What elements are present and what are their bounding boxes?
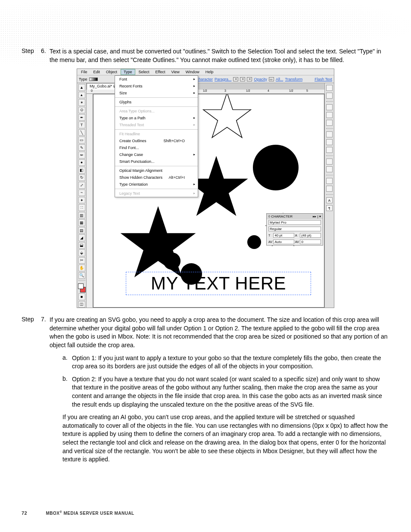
panel-icon[interactable] xyxy=(326,178,333,184)
canvas-text-frame[interactable]: MY TEXT HERE xyxy=(126,272,311,295)
step-6-text: Text is a special case, and must be conv… xyxy=(50,47,389,64)
type-tool-icon[interactable]: T xyxy=(78,121,85,128)
paragraph-link[interactable]: Paragra... xyxy=(215,77,232,81)
flash-text-link[interactable]: Flash Text xyxy=(314,77,332,81)
tracking-input[interactable] xyxy=(300,240,321,244)
doc-icon[interactable]: ▭ xyxy=(269,77,274,81)
menu-optical-margin[interactable]: Optical Margin Alignment xyxy=(115,167,198,174)
gradient-icon[interactable]: ▤ xyxy=(78,227,85,233)
menu-select[interactable]: Select xyxy=(136,69,152,75)
blob-icon[interactable]: ● xyxy=(78,159,85,166)
menu-find-font[interactable]: Find Font... xyxy=(115,144,198,151)
font-family-input[interactable] xyxy=(268,220,321,225)
menu-glyphs[interactable]: Glyphs xyxy=(115,99,198,106)
leading-input[interactable] xyxy=(300,233,321,238)
option-b-row: b. Option 2: If you have a texture that … xyxy=(62,375,389,409)
circle-small-2-icon xyxy=(162,252,181,271)
option-letter: b. xyxy=(62,375,72,409)
font-style-input[interactable] xyxy=(268,227,321,231)
menu-type-on-path[interactable]: Type on a Path xyxy=(115,115,198,121)
color-mode-icon[interactable]: ■ xyxy=(78,293,85,300)
menu-fit-headline: Fit Headline xyxy=(115,131,198,137)
option-a-row: a. Option 1: If you just want to apply a… xyxy=(62,354,389,371)
character-panel[interactable]: ◊ CHARACTER ▸▸ | ▾ T A AV AV xyxy=(266,213,323,246)
lasso-icon[interactable]: ⊙ xyxy=(78,107,85,113)
menu-type[interactable]: Type xyxy=(121,69,135,75)
panel-icon[interactable] xyxy=(326,139,333,145)
panel-icon[interactable] xyxy=(326,166,333,172)
object-type-indicator: Type xyxy=(79,77,98,81)
panel-icon[interactable] xyxy=(326,186,333,192)
menu-size[interactable]: Size xyxy=(115,90,198,96)
menu-file[interactable]: File xyxy=(78,69,90,75)
selection-tool-icon[interactable]: ▲ xyxy=(78,84,85,90)
type-dropdown-menu: Font Recent Fonts Size Glyphs Area Type … xyxy=(115,75,198,197)
blend-icon[interactable]: ⬓ xyxy=(78,242,85,249)
pencil-icon[interactable]: ✏ xyxy=(78,152,85,158)
page-number: 72 xyxy=(22,510,27,516)
menu-type-orientation[interactable]: Type Orientation xyxy=(115,181,198,188)
character-panel-icon[interactable]: A xyxy=(326,197,333,203)
panel-menu-icon[interactable]: ▸▸ | ▾ xyxy=(313,215,321,218)
option-letter: a. xyxy=(62,354,72,371)
align-left-icon[interactable]: ≡ xyxy=(233,77,238,81)
opacity-link[interactable]: Opacity xyxy=(254,77,267,81)
align-right-icon[interactable]: ≡ xyxy=(247,77,252,81)
menu-edit[interactable]: Edit xyxy=(91,69,103,75)
scale-icon[interactable]: ⤢ xyxy=(78,182,85,188)
menu-area-type-options: Area Type Options... xyxy=(115,108,198,115)
menu-change-case[interactable]: Change Case xyxy=(115,151,198,158)
menu-effect[interactable]: Effect xyxy=(153,69,168,75)
rotate-icon[interactable]: ↻ xyxy=(78,174,85,181)
align-center-icon[interactable]: ≡ xyxy=(240,77,245,81)
character-link[interactable]: Character xyxy=(196,77,213,81)
screen-mode-icon[interactable]: ◫ xyxy=(78,301,85,308)
eraser-icon[interactable]: ◧ xyxy=(78,167,85,173)
wand-icon[interactable]: ✶ xyxy=(78,99,85,106)
panel-icon[interactable] xyxy=(326,85,333,91)
menu-create-outlines[interactable]: Create OutlinesShift+Ctrl+O xyxy=(115,137,198,144)
menubar: File Edit Object Type Select Effect View… xyxy=(77,69,334,75)
eyedropper-icon[interactable]: ◢ xyxy=(78,234,85,241)
panel-icon[interactable] xyxy=(326,120,333,126)
panel-icon[interactable] xyxy=(326,159,333,165)
transform-link[interactable]: Transform xyxy=(285,77,302,81)
mesh-icon[interactable]: ▦ xyxy=(78,219,85,226)
slice-icon[interactable]: ✂ xyxy=(78,257,85,264)
paragraph-panel-icon[interactable]: ¶ xyxy=(326,205,333,211)
fill-stroke-swatch[interactable] xyxy=(78,283,86,292)
panel-icon[interactable] xyxy=(326,93,333,99)
pen-icon[interactable]: ✒ xyxy=(78,114,85,121)
menu-window[interactable]: Window xyxy=(183,69,202,75)
rect-tool-icon[interactable]: ▭ xyxy=(78,137,85,143)
graph-icon[interactable]: ▥ xyxy=(78,212,85,218)
live-paint-icon[interactable]: ⬙ xyxy=(78,249,85,256)
menu-help[interactable]: Help xyxy=(203,69,216,75)
panel-icon[interactable] xyxy=(326,112,333,118)
warp-icon[interactable]: ~ xyxy=(78,190,85,196)
font-size-input[interactable] xyxy=(273,233,294,238)
menu-font[interactable]: Font xyxy=(115,76,198,83)
direct-select-icon[interactable]: ▴ xyxy=(78,92,85,98)
menu-smart-punctuation[interactable]: Smart Punctuation... xyxy=(115,158,198,165)
hand-icon[interactable]: ✋ xyxy=(78,264,85,271)
brush-icon[interactable]: ✎ xyxy=(78,144,85,151)
zoom-icon[interactable]: 🔍 xyxy=(78,272,85,279)
panel-icon[interactable] xyxy=(326,131,333,137)
swatch-icon[interactable] xyxy=(89,78,98,81)
left-toolbox: ▲ ▴ ✶ ⊙ ✒ T ╲ ▭ ✎ ✏ ● ◧ ↻ ⤢ ~ ✦ ∷ ▥ ▦ ▤ xyxy=(77,83,87,308)
menu-object[interactable]: Object xyxy=(103,69,120,75)
menu-show-hidden[interactable]: Show Hidden CharactersAlt+Ctrl+I xyxy=(115,174,198,181)
line-tool-icon[interactable]: ╲ xyxy=(78,129,85,136)
menu-recent-fonts[interactable]: Recent Fonts xyxy=(115,83,198,90)
page-content: Step 6. Text is a special case, and must… xyxy=(0,0,411,464)
step-label: Step xyxy=(22,47,41,64)
panel-icon[interactable] xyxy=(326,104,333,110)
symbol-spray-icon[interactable]: ∷ xyxy=(78,204,85,211)
free-transform-icon[interactable]: ✦ xyxy=(78,197,85,203)
all-link[interactable]: All... xyxy=(276,77,283,81)
menu-view[interactable]: View xyxy=(168,69,182,75)
step-number: 6. xyxy=(41,47,50,64)
panel-icon[interactable] xyxy=(326,147,333,153)
kerning-input[interactable] xyxy=(273,240,294,244)
